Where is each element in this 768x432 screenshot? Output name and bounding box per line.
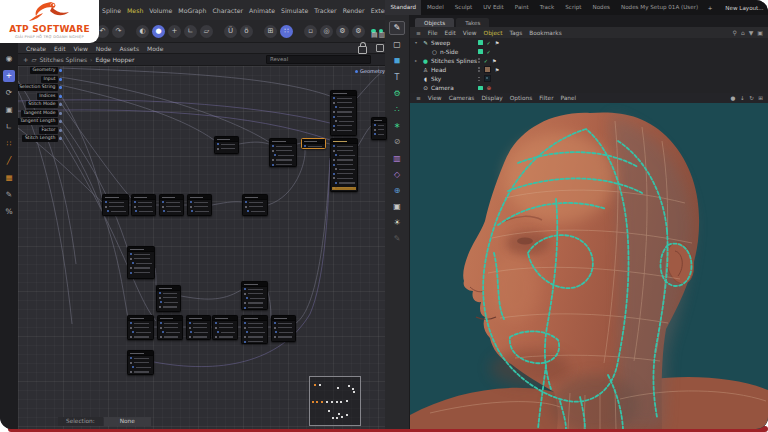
object-row-n-side[interactable]: ○n-Side✓ [410,47,768,56]
enabled-toggle-icon[interactable] [478,49,483,54]
group-output-port[interactable]: Geometry [355,68,385,74]
menu-volume[interactable]: Volume [149,7,172,14]
field-icon[interactable]: ▥ [390,153,404,165]
object-toggles[interactable]: ✓ [478,49,491,55]
selection-icon[interactable]: ◐ [136,25,149,38]
new-layout-button[interactable]: New Layout... [720,5,768,11]
menu-render[interactable]: Render [343,7,365,14]
input-port-selection-string[interactable]: Selection String [18,84,58,91]
panel-popout-icon[interactable]: ▣ [757,29,763,36]
om-menu-edit[interactable]: Edit [445,30,456,36]
layout-tab-standard[interactable]: Standard [385,0,421,15]
node-menu-view[interactable]: View [74,45,88,52]
node-menu-edit[interactable]: Edit [54,45,66,52]
search-icon[interactable]: ⚲ [732,29,736,36]
node-graph-minimap[interactable] [309,376,361,426]
workplane-icon[interactable]: ▱ [200,25,213,38]
object-row-camera[interactable]: ⊙Camera⊕ [410,83,768,92]
sphere-icon[interactable]: ● [731,95,736,101]
menu-character[interactable]: Character [212,7,243,14]
rotate-tool-icon[interactable]: ⟳ [3,87,15,99]
input-port-stitch-mode[interactable]: Stitch Mode [26,101,58,108]
graph-node[interactable] [242,194,268,216]
om-menu-bookmarks[interactable]: Bookmarks [529,30,561,36]
graph-node[interactable] [131,194,156,216]
layout-tab-model[interactable]: Model [421,0,449,15]
enabled-toggle-icon[interactable] [478,86,483,91]
enabled-toggle-icon[interactable] [478,40,483,45]
flag-tag-icon[interactable]: ⚑ [492,58,497,64]
graph-node[interactable] [241,315,268,344]
graph-node[interactable] [102,194,129,216]
om-menu-file[interactable]: File [428,30,438,36]
menu-spline[interactable]: Spline [102,7,121,14]
graph-node[interactable] [127,315,154,340]
maximize-icon[interactable]: ⊞ [758,95,763,101]
axis-tool-icon[interactable]: ∟ [3,121,15,133]
input-port-factor[interactable]: Factor [39,127,58,134]
popout-icon[interactable] [376,44,384,52]
layout-tab-sculpt[interactable]: Sculpt [449,0,477,15]
graph-node[interactable] [214,136,239,154]
target-tag-icon[interactable]: ⊕ [487,85,492,91]
null-object-icon[interactable]: ⊘ [390,136,404,148]
om-tab-takes[interactable]: Takes [456,18,489,27]
polygons-mode-icon[interactable]: ▦ [3,172,15,184]
filter-icon[interactable]: ▼ [749,29,754,36]
viewport-menu-cameras[interactable]: Cameras [449,95,475,101]
coord-world-icon[interactable]: Ü [224,25,237,38]
object-row-sky[interactable]: ◖Sky [410,74,768,83]
gear-icon[interactable]: ⚙ [336,25,349,38]
viewport-menu-filter[interactable]: Filter [539,95,553,101]
hamburger-icon[interactable]: ≡ [416,30,421,36]
layout-tab-nodes-my-setup-01a-user[interactable]: Nodes My Setup 01A (User) [616,0,704,15]
cube-icon[interactable]: ◼ [390,55,404,67]
node-graph-canvas[interactable]: GeometryInputSelection StringIndicesStit… [18,66,388,429]
quantize-icon[interactable]: ∷ [280,25,293,38]
render-view-icon[interactable]: ▤ [371,29,376,34]
node-search-input[interactable]: Reveal [266,55,371,65]
graph-node[interactable] [127,350,154,375]
refresh-icon[interactable]: ↻ [749,95,754,101]
light-icon[interactable]: ☀ [390,217,404,229]
om-menu-view[interactable]: View [463,30,477,36]
graph-node[interactable] [371,117,387,140]
gear-settings-icon[interactable]: ⚙ [352,25,365,38]
subdivision-surface-icon[interactable]: ⚙ [390,88,404,100]
pen-disabled-icon[interactable]: ✎ [390,233,404,245]
layout-tab-uv-edit[interactable]: UV Edit [478,0,510,15]
object-row-head[interactable]: ♙Head⚑ [410,65,768,74]
snap-icon[interactable]: ▫ [304,25,317,38]
weight-tool-icon[interactable]: % [3,206,15,218]
graph-node[interactable] [186,315,211,340]
viewport-menu-panel[interactable]: Panel [561,95,577,101]
input-port-geometry[interactable]: Geometry [30,67,58,74]
input-port-stitch-length[interactable]: Stitch Length [22,135,58,142]
layout-tab-track[interactable]: Track [534,0,560,15]
move-icon[interactable]: + [168,25,181,38]
graph-node[interactable] [301,138,326,149]
array-icon[interactable]: ∗ [390,120,404,132]
viewport-hamburger-icon[interactable]: ≡ [416,95,421,101]
redo-icon[interactable]: ↷ [112,25,125,38]
object-row-sweep[interactable]: ▾✎Sweep✓⚑ [410,38,768,47]
flag-tag-icon[interactable]: ⚑ [495,67,500,73]
graph-node[interactable] [159,194,184,216]
object-row-stitches-splines[interactable]: ▸●Stitches Splines✓⚑ [410,56,768,65]
om-tab-objects[interactable]: Objects [415,18,454,27]
add-node-icon[interactable]: + [23,56,28,64]
viewport-menu-options[interactable]: Options [510,95,532,101]
viewport-menu-display[interactable]: Display [481,95,502,101]
primitive-icon[interactable]: ▢ [390,39,404,51]
camera-icon[interactable]: ▣ [390,201,404,213]
graph-node[interactable] [271,315,296,342]
input-port-tangent-mode[interactable]: Tangent Mode [21,110,58,117]
jump-tool-icon[interactable]: ◉ [3,53,15,65]
lock-icon[interactable] [358,46,367,54]
menu-mesh[interactable]: Mesh [127,7,143,14]
input-port-tangent-length[interactable]: Tangent Length [18,118,58,125]
menu-animate[interactable]: Animate [249,7,275,14]
home-icon[interactable]: ⌂ [741,29,745,36]
object-toggles[interactable]: ⊕ [478,85,491,91]
menu-mograph[interactable]: MoGraph [178,7,206,14]
